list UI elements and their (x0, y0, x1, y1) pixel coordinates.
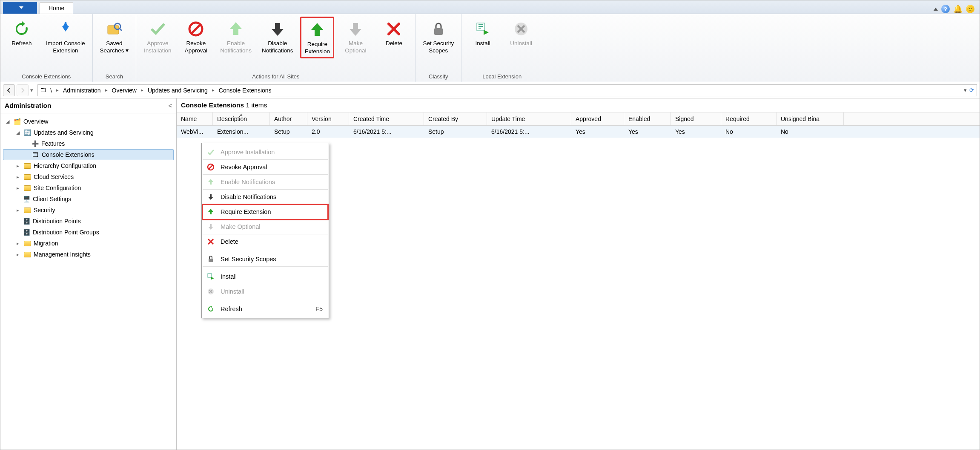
ribbon-group-label: Actions for All Sites (252, 72, 299, 81)
tab-home[interactable]: Home (40, 2, 73, 14)
col-name[interactable]: Name (177, 112, 213, 125)
ctx-revoke-approval[interactable]: Revoke Approval (203, 160, 328, 175)
ctx-approve-installation[interactable]: Approve Installation (203, 145, 328, 160)
col-enabled[interactable]: Enabled (624, 112, 671, 125)
install-button[interactable]: Install (466, 17, 500, 49)
table-row[interactable]: WebVi... Extension... Setup 2.0 6/16/202… (177, 126, 980, 138)
feedback-icon[interactable]: 🙂 (966, 5, 974, 13)
revoke-approval-button[interactable]: Revoke Approval (179, 17, 213, 57)
collapse-ribbon-icon[interactable] (934, 8, 938, 11)
col-version[interactable]: Version (307, 112, 349, 125)
nav-history-dropdown[interactable]: ▾ (30, 87, 33, 93)
sidebar-title-text: Administration (5, 102, 51, 110)
breadcrumb-bar: ▾ 🗔 \ ▸ Administration ▸ Overview ▸ Upda… (0, 82, 980, 98)
refresh-icon (206, 304, 215, 314)
cell-version: 2.0 (307, 126, 349, 138)
tree-migration[interactable]: ▸Migration (0, 238, 176, 249)
check-icon (206, 147, 215, 157)
cell-author: Setup (270, 126, 307, 138)
set-security-scopes-button[interactable]: Set Security Scopes (420, 17, 457, 57)
crumb-dropdown-icon[interactable]: ▾ (964, 87, 967, 93)
require-label: Require Extension (305, 41, 330, 55)
ctx-set-security-scopes[interactable]: Set Security Scopes (203, 252, 328, 267)
arrow-down-grey-icon (206, 222, 215, 231)
ribbon-group-label: Search (106, 72, 123, 81)
sidebar: Administration < ◢🗂️Overview ◢🔄Updates a… (0, 98, 177, 450)
cell-required: No (721, 126, 777, 138)
cell-name: WebVi... (177, 126, 213, 138)
crumb-overview[interactable]: Overview (110, 87, 138, 94)
nav-back-button[interactable] (3, 84, 15, 96)
tree-site-configuration[interactable]: ▸Site Configuration (0, 182, 176, 193)
ctx-enable-notifications[interactable]: Enable Notifications (203, 175, 328, 190)
sidebar-collapse-icon[interactable]: < (169, 102, 172, 109)
make-optional-button[interactable]: Make Optional (338, 17, 373, 57)
ctx-uninstall[interactable]: Uninstall (203, 284, 328, 299)
tree-cloud-services[interactable]: ▸Cloud Services (0, 171, 176, 182)
tree-management-insights[interactable]: ▸Management Insights (0, 249, 176, 260)
col-approved[interactable]: Approved (571, 112, 624, 125)
tree-overview[interactable]: ◢🗂️Overview (0, 116, 176, 127)
uninstall-icon (206, 287, 215, 296)
ctx-delete[interactable]: Delete (203, 234, 328, 249)
crumb-administration[interactable]: Administration (61, 87, 103, 94)
col-description[interactable]: Description▲ (213, 112, 270, 125)
col-update-time[interactable]: Update Time (487, 112, 571, 125)
monitor-icon: 🖥️ (23, 195, 30, 203)
tree-client-settings[interactable]: 🖥️Client Settings (0, 193, 176, 205)
import-extension-button[interactable]: Import Console Extension (43, 17, 88, 57)
refresh-button[interactable]: Refresh (5, 17, 39, 49)
help-icon[interactable]: ? (941, 5, 950, 13)
arrow-up-green-icon (307, 20, 327, 40)
crumb-root[interactable]: \ (49, 87, 54, 94)
crumb-console-ext[interactable]: Console Extensions (217, 87, 273, 94)
saved-searches-button[interactable]: Saved Searches ▾ (97, 17, 132, 57)
install-icon (206, 272, 215, 281)
crumb-refresh-icon[interactable]: ⟳ (969, 87, 974, 93)
install-icon (473, 19, 493, 39)
tree-distribution-points[interactable]: 🗄️Distribution Points (0, 216, 176, 227)
lock-icon (428, 19, 449, 39)
crumb-updates[interactable]: Updates and Servicing (146, 87, 209, 94)
tree-console-extensions[interactable]: 🗔Console Extensions (3, 149, 174, 160)
ctx-install[interactable]: Install (203, 269, 328, 284)
tree-updates-servicing[interactable]: ◢🔄Updates and Servicing (0, 127, 176, 138)
chevron-right-icon: ▸ (56, 87, 59, 93)
app-menu-button[interactable] (3, 2, 37, 14)
disable-notif-label: Disable Notifications (262, 40, 293, 55)
approve-installation-button[interactable]: Approve Installation (140, 17, 175, 57)
arrow-down-dark-icon (206, 192, 215, 202)
uninstall-icon (511, 19, 531, 39)
enable-notif-label: Enable Notifications (220, 40, 252, 55)
tree-security[interactable]: ▸Security (0, 205, 176, 216)
x-icon (206, 237, 215, 246)
approve-label: Approve Installation (144, 40, 172, 55)
col-required[interactable]: Required (721, 112, 777, 125)
delete-button[interactable]: Delete (377, 17, 411, 49)
col-created-by[interactable]: Created By (424, 112, 487, 125)
ctx-disable-notifications[interactable]: Disable Notifications (203, 190, 328, 205)
ctx-refresh[interactable]: RefreshF5 (203, 302, 328, 316)
col-signed[interactable]: Signed (671, 112, 721, 125)
breadcrumb-box[interactable]: 🗔 \ ▸ Administration ▸ Overview ▸ Update… (37, 84, 977, 96)
col-unsigned-binary[interactable]: Unsigned Bina (777, 112, 844, 125)
tree-features[interactable]: ➕Features (0, 138, 176, 149)
folder-icon (23, 206, 31, 214)
x-icon (384, 19, 404, 39)
tree-distribution-point-groups[interactable]: 🗄️Distribution Point Groups (0, 227, 176, 238)
make-opt-label: Make Optional (345, 40, 366, 55)
features-icon: ➕ (31, 140, 39, 147)
uninstall-button[interactable]: Uninstall (504, 17, 538, 49)
col-created-time[interactable]: Created Time (349, 112, 424, 125)
content-title-text: Console Extensions (181, 101, 244, 109)
ctx-make-optional[interactable]: Make Optional (203, 219, 328, 234)
col-author[interactable]: Author (270, 112, 307, 125)
disable-notifications-button[interactable]: Disable Notifications (259, 17, 296, 57)
ribbon-group-local: Install Uninstall Local Extension (461, 14, 542, 82)
nav-forward-button[interactable] (17, 84, 29, 96)
notifications-icon[interactable]: 🔔 (953, 4, 963, 14)
enable-notifications-button[interactable]: Enable Notifications (217, 17, 255, 57)
require-extension-button[interactable]: Require Extension (300, 17, 334, 58)
tree-hierarchy-config[interactable]: ▸Hierarchy Configuration (0, 160, 176, 171)
ctx-require-extension[interactable]: Require Extension (203, 205, 328, 219)
